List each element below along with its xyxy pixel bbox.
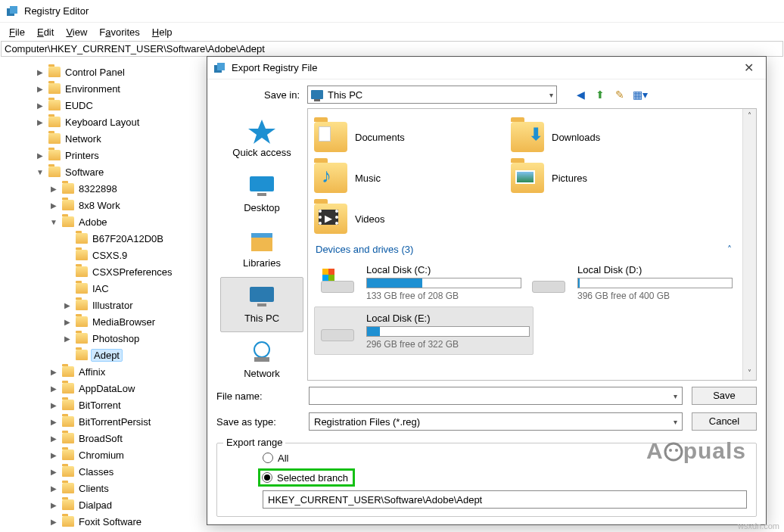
expand-icon[interactable]: ▶ bbox=[48, 384, 59, 393]
radio-all[interactable] bbox=[263, 453, 273, 463]
place-thispc[interactable]: This PC bbox=[220, 277, 303, 332]
tree-label: CSXSPreferences bbox=[91, 266, 174, 278]
expand-icon[interactable]: ▶ bbox=[35, 68, 45, 76]
tree-item[interactable]: ▶Keyboard Layout bbox=[0, 114, 204, 130]
place-desktop[interactable]: Desktop bbox=[220, 166, 303, 222]
scrollbar[interactable]: ˄ ˅ bbox=[742, 109, 756, 380]
expand-icon[interactable]: ▶ bbox=[48, 401, 59, 409]
place-quickaccess[interactable]: Quick access bbox=[220, 111, 303, 166]
tree-item[interactable]: ▶Clients bbox=[0, 480, 204, 496]
folder-videos[interactable]: ▶ Videos bbox=[314, 198, 511, 239]
filename-label: File name: bbox=[216, 390, 300, 402]
menu-file[interactable]: File bbox=[3, 25, 31, 39]
expand-icon[interactable]: ▶ bbox=[48, 201, 59, 210]
drive-d[interactable]: Local Disk (D:) 396 GB free of 400 GB bbox=[525, 258, 736, 306]
tree-item[interactable]: ▶EUDC bbox=[0, 97, 204, 114]
folder-icon bbox=[48, 100, 61, 110]
expand-icon[interactable]: ▼ bbox=[48, 218, 59, 226]
folder-icon bbox=[62, 383, 74, 394]
expand-icon[interactable]: ▶ bbox=[48, 484, 59, 493]
drive-icon bbox=[318, 267, 357, 297]
newfolder-icon[interactable]: ✎ bbox=[613, 89, 627, 101]
tree-item[interactable]: Adept bbox=[0, 347, 204, 363]
close-icon[interactable]: ✕ bbox=[738, 61, 760, 75]
drive-e[interactable]: Local Disk (E:) 296 GB free of 322 GB bbox=[314, 306, 534, 355]
expand-icon[interactable]: ▶ bbox=[48, 434, 59, 443]
drive-c[interactable]: Local Disk (C:) 133 GB free of 208 GB bbox=[314, 258, 525, 306]
tree-item[interactable]: ▶BroadSoft bbox=[0, 430, 204, 446]
tree-item[interactable]: ▶Control Panel bbox=[0, 64, 204, 80]
cancel-button[interactable]: Cancel bbox=[692, 412, 757, 431]
place-libraries[interactable]: Libraries bbox=[220, 222, 303, 277]
menu-help[interactable]: Help bbox=[146, 25, 179, 39]
radio-selected-branch[interactable] bbox=[262, 472, 272, 483]
expand-icon[interactable]: ▶ bbox=[35, 85, 45, 93]
expand-icon[interactable]: ▶ bbox=[48, 501, 59, 509]
tree-item[interactable]: ▶MediaBrowser bbox=[0, 313, 204, 330]
tree-item[interactable]: ▶BitTorrent bbox=[0, 397, 204, 413]
tree-item[interactable]: ▶8322898 bbox=[0, 180, 204, 197]
tree-label: Network bbox=[64, 133, 103, 145]
tree-item[interactable]: IAC bbox=[0, 280, 204, 297]
scroll-down-icon[interactable]: ˅ bbox=[743, 366, 756, 380]
expand-icon[interactable]: ▶ bbox=[35, 118, 45, 126]
tree-item[interactable]: ▶Foxit Software bbox=[0, 513, 204, 530]
expand-icon[interactable]: ▶ bbox=[48, 418, 59, 426]
tree-item[interactable]: ▼Software bbox=[0, 163, 204, 180]
menu-edit[interactable]: Edit bbox=[31, 25, 60, 39]
filename-input[interactable]: ▾ bbox=[309, 387, 683, 405]
savetype-combo[interactable]: Registration Files (*.reg) ▾ bbox=[309, 412, 683, 431]
tree-item[interactable]: ▶Photoshop bbox=[0, 330, 204, 347]
menu-view[interactable]: View bbox=[60, 25, 93, 39]
devices-header[interactable]: Devices and drives (3) ˄ bbox=[314, 239, 736, 258]
expand-icon[interactable]: ▼ bbox=[35, 168, 45, 176]
tree-item[interactable]: ▼Adobe bbox=[0, 213, 204, 230]
save-button[interactable]: Save bbox=[692, 387, 757, 405]
folder-documents[interactable]: Documents bbox=[314, 117, 511, 157]
place-network[interactable]: Network bbox=[220, 332, 303, 387]
file-listing[interactable]: Documents ⬇ Downloads ♪ Music Pictures bbox=[307, 108, 757, 381]
views-icon[interactable]: ▦▾ bbox=[633, 89, 646, 101]
tree-item[interactable]: CSXS.9 bbox=[0, 247, 204, 263]
tree-item[interactable]: ▶Printers bbox=[0, 147, 204, 163]
expand-icon[interactable]: ▶ bbox=[62, 334, 73, 343]
folder-music[interactable]: ♪ Music bbox=[314, 157, 511, 198]
expand-icon[interactable]: ▶ bbox=[48, 368, 59, 376]
tree-item[interactable]: ▶8x8 Work bbox=[0, 197, 204, 213]
tree-item[interactable]: Network bbox=[0, 130, 204, 147]
folder-pictures[interactable]: Pictures bbox=[511, 157, 708, 198]
expand-icon[interactable]: ▶ bbox=[35, 151, 45, 160]
tree-item[interactable]: ▶Classes bbox=[0, 463, 204, 480]
tree-item[interactable]: ▶AppDataLow bbox=[0, 380, 204, 397]
expand-icon[interactable]: ▶ bbox=[62, 318, 73, 326]
menu-favorites[interactable]: Favorites bbox=[93, 25, 145, 39]
registry-tree[interactable]: ▶Control Panel▶Environment▶EUDC▶Keyboard… bbox=[0, 61, 204, 532]
tree-item[interactable]: ▶BitTorrentPersist bbox=[0, 413, 204, 430]
tree-item[interactable]: CSXSPreferences bbox=[0, 263, 204, 280]
tree-item[interactable]: B67F20A12D0B bbox=[0, 230, 204, 247]
expand-icon[interactable]: ▶ bbox=[62, 301, 73, 310]
up-icon[interactable]: ⬆ bbox=[593, 89, 607, 101]
branch-path-input[interactable]: HKEY_CURRENT_USER\Software\Adobe\Adept bbox=[263, 490, 747, 509]
savein-combo[interactable]: This PC ▾ bbox=[307, 86, 557, 104]
folder-downloads[interactable]: ⬇ Downloads bbox=[511, 117, 708, 157]
folder-icon bbox=[62, 466, 74, 477]
address-bar[interactable]: Computer\HKEY_CURRENT_USER\Software\Adob… bbox=[1, 41, 783, 57]
export-legend: Export range bbox=[223, 437, 285, 448]
expand-icon[interactable]: ▶ bbox=[48, 468, 59, 476]
tree-item[interactable]: ▶Chromium bbox=[0, 446, 204, 463]
expand-icon[interactable]: ▶ bbox=[48, 451, 59, 459]
tree-item[interactable]: ▶Affinix bbox=[0, 363, 204, 380]
expand-icon[interactable]: ▶ bbox=[48, 185, 59, 193]
svg-point-11 bbox=[254, 342, 269, 357]
folder-icon bbox=[62, 366, 74, 377]
tree-item[interactable]: ▶Illustrator bbox=[0, 297, 204, 313]
tree-item[interactable]: ▶Environment bbox=[0, 80, 204, 97]
expand-icon[interactable]: ▶ bbox=[35, 101, 45, 110]
tree-item[interactable]: ▶Dialpad bbox=[0, 496, 204, 513]
tree-label: BitTorrentPersist bbox=[77, 416, 152, 428]
tree-label: Foxit Software bbox=[77, 516, 143, 527]
back-icon[interactable]: ◀ bbox=[574, 89, 587, 101]
expand-icon[interactable]: ▶ bbox=[48, 518, 59, 526]
scroll-up-icon[interactable]: ˄ bbox=[743, 109, 756, 123]
